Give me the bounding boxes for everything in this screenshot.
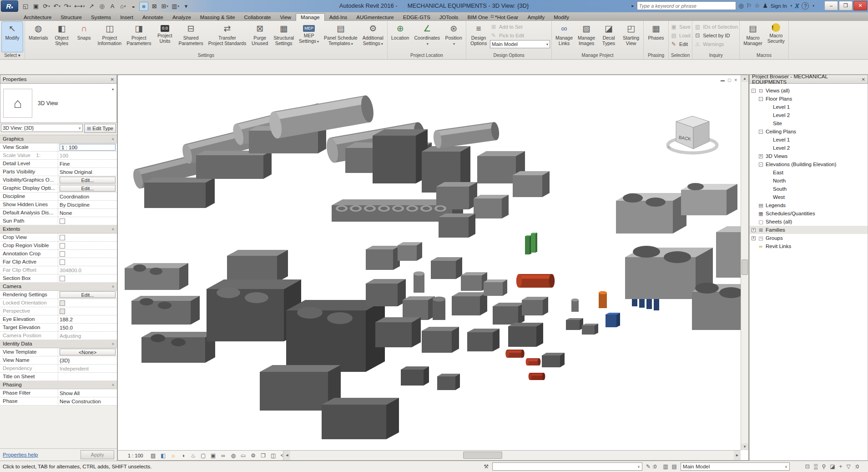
property-checkbox[interactable] bbox=[60, 300, 65, 306]
save-icon[interactable]: ▣ bbox=[31, 2, 40, 11]
select-pinned-elements-icon[interactable]: ⚲ bbox=[822, 463, 826, 470]
property-checkbox[interactable] bbox=[60, 235, 65, 240]
editing-requests-icon[interactable]: ✎ bbox=[646, 463, 651, 470]
tree-item[interactable]: South bbox=[750, 185, 868, 193]
view-type-select[interactable]: 3D View: {3D} ∨ bbox=[1, 124, 83, 132]
vertical-scroll-thumb[interactable] bbox=[742, 259, 748, 275]
ribbon-button[interactable]: ◪ Decal Types bbox=[598, 21, 620, 52]
render-dialog-icon[interactable]: ♨ bbox=[190, 452, 197, 459]
application-menu-button[interactable]: R▾ bbox=[1, 0, 18, 12]
ribbon-tab[interactable]: JOTools bbox=[435, 14, 463, 21]
ribbon-button[interactable]: ▧ Manage Images bbox=[575, 21, 597, 52]
tree-item[interactable]: ▢ Sheets (all) bbox=[750, 218, 868, 226]
ribbon-small-button[interactable]: ⊡ Select by ID bbox=[694, 31, 738, 40]
ribbon-tab[interactable]: Structure bbox=[56, 14, 86, 21]
ribbon-tab[interactable]: Collaborate bbox=[240, 14, 276, 21]
edit-type-button[interactable]: ⊞ Edit Type bbox=[84, 124, 116, 133]
tree-item[interactable]: Site bbox=[750, 119, 868, 127]
tree-item[interactable]: - Floor Plans bbox=[750, 95, 868, 103]
ribbon-button[interactable]: ◰ Starting View bbox=[620, 21, 642, 52]
crop-view-icon[interactable]: ▢ bbox=[200, 452, 207, 459]
tree-item[interactable]: + ⊞ Families bbox=[750, 226, 868, 234]
ribbon-button[interactable]: ⊠ Purge Unused bbox=[249, 21, 271, 52]
ribbon-button[interactable]: ∞ Manage Links bbox=[553, 21, 575, 52]
property-value-button[interactable]: <None> bbox=[60, 349, 116, 355]
ribbon-button[interactable]: ⇄ Transfer Project Standards bbox=[206, 21, 248, 52]
design-options-status-icon[interactable]: ▤ bbox=[672, 463, 677, 470]
ribbon-small-button[interactable]: ▥ IDs of Selection bbox=[694, 22, 738, 31]
active-design-option-select[interactable]: Main Model▾ bbox=[490, 40, 550, 48]
ribbon-button[interactable]: ◨ Project Parameters bbox=[124, 21, 153, 52]
phases-button[interactable]: ▦ Phases bbox=[645, 21, 667, 52]
properties-header[interactable]: Properties ✕ bbox=[0, 75, 117, 84]
filter-icon[interactable]: ▽ bbox=[847, 463, 851, 470]
tree-item[interactable]: - Ceiling Plans bbox=[750, 127, 868, 136]
tree-expander-icon[interactable]: - bbox=[759, 130, 763, 134]
drag-elements-on-selection-icon[interactable]: + bbox=[839, 463, 843, 470]
detail-level-icon[interactable]: ▨ bbox=[150, 452, 157, 459]
property-value-button[interactable]: Edit... bbox=[60, 177, 116, 183]
exchange-apps-icon[interactable]: X bbox=[795, 2, 799, 10]
property-checkbox[interactable] bbox=[60, 251, 65, 257]
ribbon-tab[interactable]: AUGmentecture bbox=[352, 14, 398, 21]
ribbon-small-button[interactable]: ✎ Pick to Edit bbox=[490, 31, 550, 40]
select-underlay-elements-icon[interactable]: ▒ bbox=[814, 463, 818, 470]
ribbon-button[interactable]: ◫ Project Information bbox=[96, 21, 124, 52]
reveal-hidden-elements-icon[interactable]: ◍ bbox=[230, 452, 237, 459]
tree-item[interactable]: + ◳ Groups bbox=[750, 234, 868, 242]
property-value-input[interactable]: 1 : 100 bbox=[60, 144, 116, 151]
tree-item[interactable]: East bbox=[750, 168, 868, 177]
property-checkbox[interactable] bbox=[60, 218, 65, 224]
ribbon-tab[interactable]: EDGE-GTS bbox=[399, 14, 435, 21]
sign-in-button[interactable]: Sign In bbox=[771, 3, 787, 9]
horizontal-scrollbar[interactable]: ◄ ► bbox=[283, 451, 741, 460]
vertical-scrollbar[interactable]: ▲ ▼ bbox=[741, 75, 748, 450]
scroll-right-icon[interactable]: ► bbox=[734, 451, 741, 460]
property-checkbox[interactable] bbox=[60, 243, 65, 249]
infocenter-collapse-icon[interactable]: ▸ bbox=[631, 3, 634, 8]
ribbon-button[interactable]: ⊛ Position bbox=[443, 21, 464, 52]
active-design-option-status-select[interactable]: Main Model ∨ bbox=[681, 462, 790, 471]
tree-item[interactable]: + 3D Views bbox=[750, 152, 868, 160]
tree-item[interactable]: ▦ Schedules/Quantities bbox=[750, 209, 868, 218]
property-checkbox[interactable] bbox=[60, 276, 65, 281]
help-icon[interactable]: ? bbox=[802, 2, 809, 10]
ribbon-tab[interactable]: Add-Ins bbox=[325, 14, 352, 21]
thin-lines-icon[interactable]: ≡ bbox=[139, 2, 148, 11]
default-3d-view-icon[interactable]: ⌂ bbox=[118, 2, 127, 11]
model-3d-scene[interactable] bbox=[118, 75, 742, 451]
ribbon-button[interactable]: ▦ Structural Settings bbox=[271, 21, 296, 52]
close-button[interactable]: ✕ bbox=[853, 1, 867, 10]
properties-help-link[interactable]: Properties help bbox=[3, 452, 38, 457]
search-icon[interactable]: ◎ bbox=[739, 2, 744, 9]
ribbon-tab[interactable]: Manage bbox=[296, 13, 325, 21]
reveal-constraints-icon[interactable]: ◫ bbox=[270, 452, 277, 459]
sign-in-dropdown-icon[interactable] bbox=[790, 2, 792, 9]
analytical-model-icon[interactable]: ⚙ bbox=[250, 452, 257, 459]
ribbon-small-button[interactable]: ⚠ Warnings bbox=[694, 40, 738, 48]
ribbon-button[interactable]: ∠ Coordinates bbox=[412, 21, 442, 52]
temporary-view-properties-icon[interactable]: ▭ bbox=[240, 452, 247, 459]
ribbon-button[interactable]: MEP MEP Settings bbox=[297, 21, 321, 52]
ribbon-display-toggle[interactable]: ⊡ ▾ bbox=[490, 14, 497, 19]
drawing-area[interactable]: ▬ ▢ ✕ BACK ▲ ▼ 1 : 100 ▨ bbox=[117, 75, 749, 461]
ribbon-tab[interactable]: Systems bbox=[86, 14, 116, 21]
sun-path-icon[interactable]: ☼ bbox=[170, 452, 177, 459]
ribbon-tab[interactable]: Architecture bbox=[19, 14, 56, 21]
scroll-down-icon[interactable]: ▼ bbox=[741, 443, 748, 450]
synchronize-icon[interactable]: ⟳ bbox=[42, 2, 51, 11]
ribbon-small-button[interactable]: ▤ Load bbox=[670, 31, 691, 40]
user-interface-icon[interactable]: ▥ bbox=[171, 2, 180, 11]
ribbon-button[interactable]: ! Macro Security bbox=[765, 21, 787, 52]
crop-region-icon[interactable]: ▣ bbox=[210, 452, 217, 459]
active-workset-select[interactable]: ∨ bbox=[492, 462, 642, 471]
tree-item[interactable]: ∞ Revit Links bbox=[750, 242, 868, 250]
view-minimize-icon[interactable]: ▬ bbox=[721, 78, 725, 82]
panel-caption-select[interactable]: Select ▾ bbox=[1, 52, 23, 59]
property-checkbox[interactable] bbox=[60, 259, 65, 265]
ribbon-tab[interactable]: Amplify bbox=[523, 14, 549, 21]
scroll-left-icon[interactable]: ◄ bbox=[283, 451, 290, 460]
favorites-icon[interactable]: ☆ bbox=[755, 2, 760, 9]
property-value-button[interactable]: Edit... bbox=[60, 185, 116, 192]
ribbon-tab[interactable]: BIM One bbox=[463, 14, 492, 21]
